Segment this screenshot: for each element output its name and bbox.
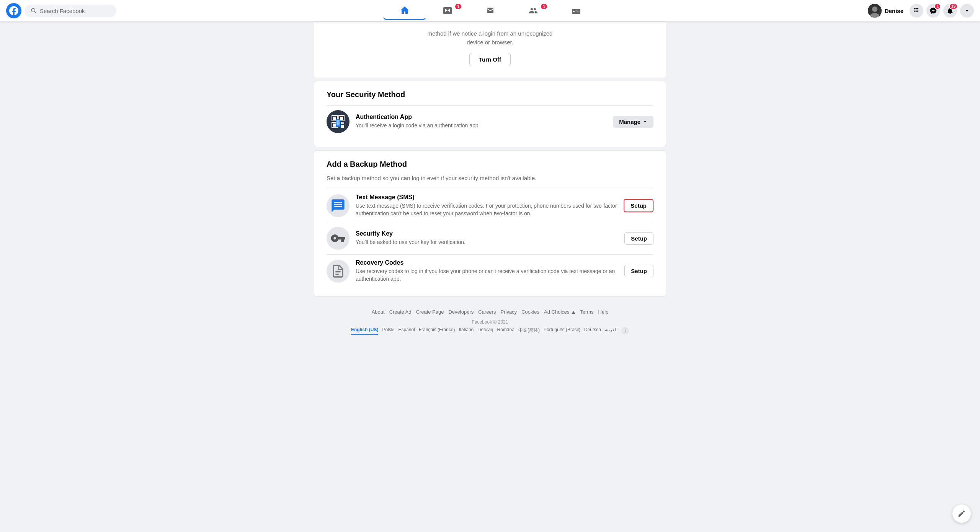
footer-link-create-page[interactable]: Create Page	[416, 309, 444, 315]
footer-link-ad-choices[interactable]: Ad Choices	[544, 309, 575, 315]
footer-lang-espanol[interactable]: Español	[398, 327, 415, 335]
sms-icon	[327, 194, 350, 217]
user-avatar-btn[interactable]: Denise	[865, 2, 906, 19]
sms-desc: Use text message (SMS) to receive verifi…	[356, 202, 617, 217]
messenger-button[interactable]: 1	[926, 4, 940, 18]
svg-point-1	[872, 7, 877, 12]
auth-app-info: Authentication App You'll receive a logi…	[356, 114, 607, 130]
svg-rect-11	[343, 122, 344, 124]
sms-setup-button[interactable]: Setup	[624, 199, 653, 212]
footer: About Create Ad Create Page Developers C…	[314, 300, 666, 341]
key-icon	[330, 231, 346, 246]
backup-method-card: Add a Backup Method Set a backup method …	[314, 150, 666, 297]
recovery-codes-setup-button[interactable]: Setup	[624, 265, 653, 277]
phone-sms-icon	[330, 198, 346, 213]
account-menu-button[interactable]	[960, 4, 974, 18]
svg-rect-15	[336, 120, 340, 125]
messenger-badge: 1	[934, 3, 941, 10]
footer-add-language-button[interactable]: +	[621, 327, 629, 335]
footer-link-careers[interactable]: Careers	[478, 309, 496, 315]
footer-link-help[interactable]: Help	[598, 309, 609, 315]
security-key-row: Security Key You'll be asked to use your…	[327, 222, 653, 254]
svg-rect-10	[341, 122, 343, 124]
search-icon	[31, 8, 37, 14]
footer-lang-english[interactable]: English (US)	[351, 327, 378, 335]
turn-off-button[interactable]: Turn Off	[469, 53, 511, 66]
qr-icon	[329, 112, 347, 131]
recovery-codes-desc: Use recovery codes to log in if you lose…	[356, 268, 618, 283]
nav-marketplace[interactable]	[469, 2, 512, 20]
avatar	[868, 4, 882, 18]
header-right: Denise 1 19	[865, 2, 974, 19]
recovery-codes-icon	[327, 260, 350, 283]
main-nav: 1 1	[119, 2, 862, 20]
backup-method-title: Add a Backup Method	[327, 160, 653, 169]
turn-off-section: method if we notice a login from an unre…	[314, 21, 666, 78]
user-name: Denise	[885, 8, 903, 14]
notifications-badge: 19	[949, 3, 958, 10]
chevron-down-icon	[643, 119, 647, 124]
watch-badge: 1	[454, 3, 462, 10]
footer-link-privacy[interactable]: Privacy	[501, 309, 517, 315]
auth-app-icon	[327, 110, 350, 133]
auth-app-name: Authentication App	[356, 114, 607, 120]
footer-link-terms[interactable]: Terms	[580, 309, 593, 315]
footer-lang-polski[interactable]: Polski	[382, 327, 394, 335]
footer-link-about[interactable]: About	[372, 309, 385, 315]
security-method-title: Your Security Method	[327, 90, 653, 99]
content-area: method if we notice a login from an unre…	[314, 21, 666, 532]
footer-languages: English (US) Polski Español Français (Fr…	[314, 327, 666, 335]
search-placeholder: Search Facebook	[40, 8, 85, 14]
footer-lang-lietuviu[interactable]: Lietuvių	[477, 327, 493, 335]
main-content: method if we notice a login from an unre…	[0, 21, 980, 532]
svg-rect-6	[340, 117, 343, 120]
footer-lang-portuguese[interactable]: Português (Brasil)	[544, 327, 580, 335]
security-key-info: Security Key You'll be asked to use your…	[356, 230, 618, 246]
auth-app-row: Authentication App You'll receive a logi…	[327, 105, 653, 138]
edit-icon	[957, 509, 966, 518]
notifications-button[interactable]: 19	[943, 4, 957, 18]
footer-lang-arabic[interactable]: العربية	[605, 327, 617, 335]
nav-groups[interactable]: 1	[512, 2, 555, 20]
svg-rect-13	[341, 125, 344, 128]
footer-copyright: Facebook © 2021	[314, 319, 666, 325]
footer-lang-deutsch[interactable]: Deutsch	[584, 327, 601, 335]
security-key-setup-button[interactable]: Setup	[624, 232, 653, 245]
footer-lang-francais[interactable]: Français (France)	[419, 327, 455, 335]
security-key-desc: You'll be asked to use your key for veri…	[356, 239, 618, 246]
nav-watch[interactable]: 1	[426, 2, 469, 20]
footer-links: About Create Ad Create Page Developers C…	[314, 309, 666, 315]
ad-choices-triangle	[572, 311, 575, 314]
document-icon	[330, 264, 346, 279]
apps-button[interactable]	[910, 4, 923, 18]
sms-name: Text Message (SMS)	[356, 194, 617, 201]
recovery-codes-name: Recovery Codes	[356, 259, 618, 266]
turn-off-description: method if we notice a login from an unre…	[314, 29, 666, 47]
security-key-name: Security Key	[356, 230, 618, 237]
edit-fab-button[interactable]	[952, 504, 971, 523]
backup-method-subtitle: Set a backup method so you can log in ev…	[327, 175, 653, 181]
footer-link-developers[interactable]: Developers	[448, 309, 474, 315]
footer-lang-italiano[interactable]: Italiano	[459, 327, 474, 335]
nav-home[interactable]	[383, 2, 426, 20]
footer-link-cookies[interactable]: Cookies	[521, 309, 539, 315]
recovery-codes-row: Recovery Codes Use recovery codes to log…	[327, 254, 653, 287]
footer-link-create-ad[interactable]: Create Ad	[389, 309, 412, 315]
footer-lang-romana[interactable]: Română	[497, 327, 514, 335]
sms-row: Text Message (SMS) Use text message (SMS…	[327, 189, 653, 222]
header: Search Facebook 1 1 Denise	[0, 0, 980, 21]
search-bar[interactable]: Search Facebook	[24, 5, 116, 17]
security-key-icon	[327, 227, 350, 250]
sms-info: Text Message (SMS) Use text message (SMS…	[356, 194, 617, 217]
recovery-codes-info: Recovery Codes Use recovery codes to log…	[356, 259, 618, 283]
svg-rect-8	[333, 124, 336, 127]
facebook-logo[interactable]	[6, 3, 21, 18]
svg-rect-4	[333, 117, 336, 120]
auth-app-desc: You'll receive a login code via an authe…	[356, 122, 607, 130]
auth-app-manage-button[interactable]: Manage	[613, 116, 653, 128]
groups-badge: 1	[540, 3, 548, 10]
nav-gaming[interactable]	[555, 2, 598, 20]
footer-lang-chinese[interactable]: 中文(简体)	[518, 327, 540, 335]
security-method-card: Your Security Method	[314, 81, 666, 147]
